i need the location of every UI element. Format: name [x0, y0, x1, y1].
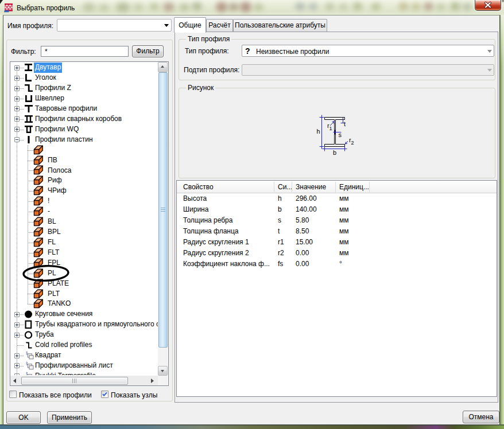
svg-text:t: t — [344, 120, 346, 127]
svg-text:b: b — [333, 149, 336, 156]
svg-text:h: h — [317, 128, 320, 135]
svg-text:s: s — [339, 131, 342, 138]
svg-text:2: 2 — [351, 140, 354, 146]
svg-text:1: 1 — [329, 126, 332, 131]
